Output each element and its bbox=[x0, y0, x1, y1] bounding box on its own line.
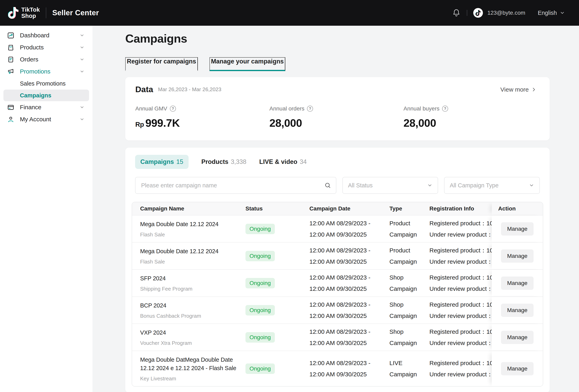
chevron-right-icon bbox=[531, 87, 536, 92]
sidebar-item-label: Promotions bbox=[20, 68, 51, 75]
sidebar: Dashboard Products bbox=[0, 26, 92, 392]
chevron-down-icon bbox=[80, 117, 84, 122]
sidebar-item-promotions[interactable]: Promotions bbox=[0, 65, 92, 77]
search-input[interactable] bbox=[135, 177, 336, 194]
campaign-date: 12:00 AM 08/29/2023 - 12:00 AM 09/30/202… bbox=[309, 326, 389, 348]
column-campaign-date: Campaign Date bbox=[309, 205, 389, 212]
notifications-button[interactable] bbox=[452, 8, 461, 17]
entity-tabs: Campaigns 15 Products 3,338 LIVE & video… bbox=[135, 155, 540, 169]
view-more-link[interactable]: View more bbox=[499, 86, 538, 93]
table-row: VXP 2024 Voucher Xtra Program Ongoing 12… bbox=[132, 324, 543, 351]
dashboard-icon bbox=[7, 32, 14, 39]
tab-label: Products bbox=[202, 158, 228, 166]
table-row: BCP 2024 Bonus Cashback Program Ongoing … bbox=[132, 296, 543, 324]
column-action: Action bbox=[492, 202, 543, 215]
campaign-type-filter[interactable]: All Campaign Type bbox=[444, 177, 540, 194]
sidebar-item-label: Orders bbox=[20, 56, 38, 63]
campaign-type-filter-value: All Campaign Type bbox=[450, 182, 499, 189]
help-icon[interactable]: ? bbox=[442, 106, 448, 112]
chevron-down-icon bbox=[427, 183, 433, 188]
manage-button[interactable]: Manage bbox=[501, 249, 533, 263]
tab-live-video[interactable]: LIVE & video 34 bbox=[259, 155, 307, 169]
megaphone-icon bbox=[7, 68, 14, 75]
sidebar-item-label: Dashboard bbox=[20, 32, 50, 39]
metrics-row: Annual GMV ? Rp 999.7K Annual orders ? 2… bbox=[135, 106, 538, 129]
tab-manage-your-campaigns[interactable]: Manage your campaigns bbox=[210, 57, 286, 71]
manage-button[interactable]: Manage bbox=[501, 331, 533, 344]
manage-button[interactable]: Manage bbox=[501, 222, 533, 235]
sidebar-item-orders[interactable]: Orders bbox=[0, 54, 92, 65]
table-row: Mega Double Date 12.12 2024 Flash Sale O… bbox=[132, 215, 543, 242]
registration-info: Registered product：100 Under review prod… bbox=[430, 245, 492, 267]
help-icon[interactable]: ? bbox=[170, 106, 176, 112]
sidebar-item-sales-promotions[interactable]: Sales Promotions bbox=[0, 77, 92, 90]
registration-info: Registered product：100 Under review prod… bbox=[430, 326, 492, 348]
campaign-name: BCP 2024 bbox=[140, 301, 245, 310]
column-campaign-name: Campaign Name bbox=[132, 205, 245, 212]
campaign-type: Shop Campaign bbox=[389, 326, 430, 348]
metric-label: Annual GMV bbox=[135, 106, 167, 112]
sidebar-item-campaigns[interactable]: Campaigns bbox=[3, 90, 89, 101]
language-label: English bbox=[538, 10, 557, 16]
metric-value: 28,000 bbox=[269, 117, 404, 129]
column-registration-info: Registration Info bbox=[430, 205, 492, 212]
product-title: Seller Center bbox=[52, 9, 99, 17]
status-badge: Ongoing bbox=[245, 278, 275, 288]
orders-icon bbox=[7, 56, 14, 63]
sidebar-item-label: Products bbox=[20, 44, 44, 51]
manage-button[interactable]: Manage bbox=[501, 304, 533, 317]
status-filter[interactable]: All Status bbox=[342, 177, 438, 194]
campaign-type: Shop Campaign bbox=[389, 299, 430, 321]
tab-products[interactable]: Products 3,338 bbox=[202, 155, 246, 169]
metric-annual-orders: Annual orders ? 28,000 bbox=[269, 106, 404, 129]
status-badge: Ongoing bbox=[245, 363, 275, 374]
table-row: Mega Double Date 12.12 2024 Flash Sale O… bbox=[132, 242, 543, 269]
page-tabs: Register for campaigns Manage your campa… bbox=[125, 57, 550, 71]
manage-button[interactable]: Manage bbox=[501, 362, 533, 375]
campaign-date: 12:00 AM 08/29/2023 - 12:00 AM 09/30/202… bbox=[309, 357, 389, 380]
chevron-down-icon bbox=[80, 105, 84, 110]
avatar bbox=[473, 8, 483, 18]
registration-info: Registered product：100 Under review prod… bbox=[430, 299, 492, 321]
help-icon[interactable]: ? bbox=[307, 106, 313, 112]
manage-button[interactable]: Manage bbox=[501, 277, 533, 290]
tab-campaigns[interactable]: Campaigns 15 bbox=[135, 155, 189, 169]
campaign-subtitle: Voucher Xtra Program bbox=[140, 340, 245, 346]
campaign-name: SFP 2024 bbox=[140, 274, 245, 282]
sidebar-item-finance[interactable]: Finance bbox=[0, 101, 92, 113]
chevron-down-icon bbox=[560, 10, 565, 15]
campaign-name: Mega Double DatMega Double Date 12.12 20… bbox=[140, 355, 245, 372]
brand-divider bbox=[46, 7, 46, 18]
campaign-date: 12:00 AM 08/29/2023 - 12:00 AM 09/30/202… bbox=[309, 272, 389, 294]
chevron-down-icon bbox=[80, 69, 84, 74]
data-date-range: Mar 26,2023 - Mar 26,2023 bbox=[158, 86, 221, 93]
data-card-title: Data bbox=[135, 85, 153, 94]
column-type: Type bbox=[389, 205, 430, 212]
data-card: Data Mar 26,2023 - Mar 26,2023 View more… bbox=[125, 77, 550, 140]
top-bar-divider bbox=[467, 10, 467, 16]
table-row: SFP 2024 Shipping Fee Program Ongoing 12… bbox=[132, 269, 543, 296]
sidebar-item-products[interactable]: Products bbox=[0, 41, 92, 54]
table-row: Mega Double DatMega Double Date 12.12 20… bbox=[132, 351, 543, 386]
language-selector[interactable]: English bbox=[537, 9, 566, 16]
sidebar-item-my-account[interactable]: My Account bbox=[0, 113, 92, 125]
tab-label: LIVE & video bbox=[259, 158, 297, 166]
metric-value: Rp 999.7K bbox=[135, 117, 269, 129]
metric-label: Annual orders bbox=[269, 106, 304, 112]
campaign-date: 12:00 AM 08/29/2023 - 12:00 AM 09/30/202… bbox=[309, 245, 389, 267]
registration-info: Registered product：100 Under review prod… bbox=[430, 218, 492, 240]
page-title: Campaigns bbox=[125, 32, 550, 45]
account-email: 123@byte.com bbox=[487, 10, 525, 16]
sidebar-item-dashboard[interactable]: Dashboard bbox=[0, 29, 92, 41]
column-status: Status bbox=[245, 205, 309, 212]
account-menu[interactable]: 123@byte.com bbox=[473, 8, 525, 18]
campaign-list-card: Campaigns 15 Products 3,338 LIVE & video… bbox=[125, 148, 550, 392]
products-icon bbox=[7, 44, 14, 51]
chevron-down-icon bbox=[80, 57, 84, 62]
tiktok-logo-icon bbox=[8, 7, 18, 19]
tab-count: 3,338 bbox=[231, 158, 246, 166]
campaign-subtitle: Shipping Fee Program bbox=[140, 286, 245, 292]
tab-register-for-campaigns[interactable]: Register for campaigns bbox=[125, 57, 198, 71]
sidebar-subitem-label: Sales Promotions bbox=[20, 80, 66, 87]
campaign-subtitle: Flash Sale bbox=[140, 259, 245, 265]
